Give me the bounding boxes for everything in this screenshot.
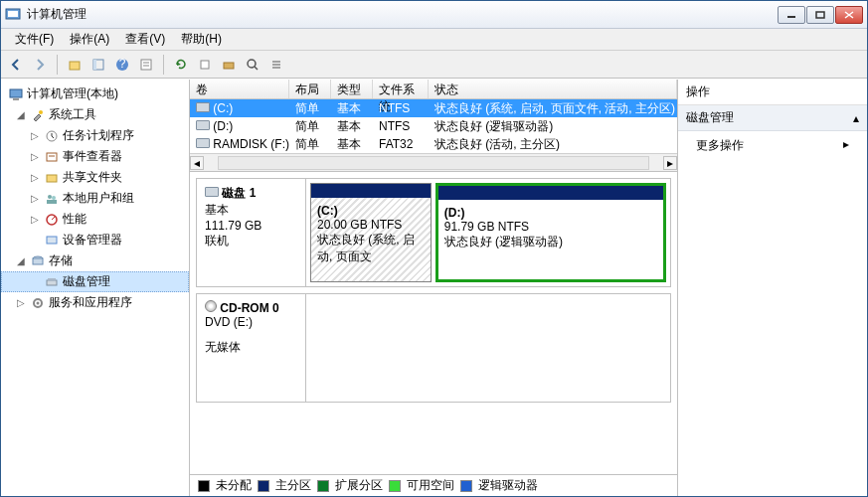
storage-icon	[30, 253, 46, 269]
tree-diskmgmt[interactable]: 磁盘管理	[1, 271, 189, 292]
window-controls	[778, 6, 863, 24]
vol-type: 基本	[331, 99, 373, 118]
close-button[interactable]	[835, 6, 863, 24]
forward-button[interactable]	[29, 54, 51, 76]
collapse-icon[interactable]: ◢	[15, 109, 27, 120]
svg-line-15	[255, 67, 258, 70]
list-button[interactable]	[265, 54, 287, 76]
folder-icon	[44, 170, 60, 186]
back-button[interactable]	[5, 54, 27, 76]
h-scrollbar[interactable]: ◂ ▸	[190, 153, 677, 171]
menu-view[interactable]: 查看(V)	[117, 29, 173, 50]
tree-perf[interactable]: ▷ 性能	[1, 209, 189, 230]
volume-row[interactable]: (D:) 简单 基本 NTFS 状态良好 (逻辑驱动器)	[190, 117, 677, 135]
part-size: 20.00 GB NTFS	[317, 218, 425, 232]
disk-name: 磁盘 1	[222, 186, 256, 200]
volume-row[interactable]: RAMDISK (F:) 简单 基本 FAT32 状态良好 (活动, 主分区)	[190, 135, 677, 153]
show-hide-button[interactable]	[87, 54, 109, 76]
tree-storage-label: 存储	[49, 252, 73, 269]
expand-icon[interactable]: ▷	[29, 172, 41, 183]
cdrom-name: CD-ROM 0	[220, 301, 278, 315]
tree-tasksched[interactable]: ▷ 任务计划程序	[1, 125, 189, 146]
tree-localusers-label: 本地用户和组	[63, 190, 134, 207]
vol-type: 基本	[331, 135, 373, 154]
collapse-icon[interactable]: ◢	[15, 255, 27, 266]
actions-more[interactable]: 更多操作 ▸	[678, 131, 867, 160]
legend: 未分配 主分区 扩展分区 可用空间 逻辑驱动器	[190, 474, 677, 496]
legend-primary: 主分区	[275, 477, 311, 494]
volume-header: 卷 布局 类型 文件系统 状态	[190, 80, 677, 99]
minimize-button[interactable]	[778, 6, 805, 24]
volume-rows: (C:) 简单 基本 NTFS 状态良好 (系统, 启动, 页面文件, 活动, …	[190, 99, 677, 153]
expand-icon[interactable]: ▷	[29, 193, 41, 204]
diskmgmt-icon	[44, 274, 60, 290]
svg-text:?: ?	[119, 58, 126, 71]
volume-list[interactable]: 卷 布局 类型 文件系统 状态 (C:) 简单 基本 NTFS 状态良好 (系统…	[190, 80, 677, 172]
expand-icon[interactable]: ▷	[29, 214, 41, 225]
tree-services[interactable]: ▷ 服务和应用程序	[1, 292, 189, 313]
svg-rect-6	[93, 60, 96, 70]
menu-help[interactable]: 帮助(H)	[173, 29, 230, 50]
svg-point-27	[52, 196, 56, 200]
svg-rect-4	[70, 62, 80, 70]
properties-button[interactable]	[135, 54, 157, 76]
refresh-button[interactable]	[170, 54, 192, 76]
col-volume[interactable]: 卷	[190, 80, 289, 98]
users-icon	[44, 191, 60, 207]
find-button[interactable]	[242, 54, 263, 76]
col-status[interactable]: 状态	[429, 80, 677, 98]
maximize-button[interactable]	[806, 6, 834, 24]
tree-storage[interactable]: ◢ 存储	[1, 250, 189, 271]
svg-point-21	[39, 110, 43, 114]
scroll-left-icon[interactable]: ◂	[190, 156, 204, 170]
vol-type: 基本	[331, 117, 373, 136]
svg-rect-3	[816, 12, 824, 18]
disk-block-1[interactable]: 磁盘 1 基本 111.79 GB 联机 (C:) 20.00 GB NTFS …	[196, 178, 671, 287]
expand-icon[interactable]: ▷	[15, 297, 27, 308]
drive-icon	[196, 119, 210, 133]
col-type[interactable]: 类型	[331, 80, 373, 98]
disk-block-cdrom[interactable]: CD-ROM 0 DVD (E:) 无媒体	[196, 293, 671, 403]
up-button[interactable]	[64, 54, 86, 76]
svg-rect-2	[787, 16, 795, 18]
tree-systools[interactable]: ◢ 系统工具	[1, 104, 189, 125]
export-button[interactable]	[194, 54, 216, 76]
tree-shared[interactable]: ▷ 共享文件夹	[1, 167, 189, 188]
disk-type: 基本	[205, 202, 297, 219]
disk-state: 联机	[205, 233, 297, 249]
svg-point-26	[48, 195, 52, 199]
vol-fs: NTFS	[373, 100, 429, 116]
cdrom-state: 无媒体	[205, 339, 297, 356]
menu-action[interactable]: 操作(A)	[62, 29, 117, 50]
vol-name: RAMDISK (F:)	[213, 137, 289, 151]
tree-shared-label: 共享文件夹	[63, 169, 122, 186]
volume-row[interactable]: (C:) 简单 基本 NTFS 状态良好 (系统, 启动, 页面文件, 活动, …	[190, 99, 677, 117]
main-area: 计算机管理(本地) ◢ 系统工具 ▷ 任务计划程序 ▷ 事件查看器 ▷ 共享文件…	[1, 79, 867, 496]
expand-icon[interactable]: ▷	[29, 130, 41, 141]
tree-localusers[interactable]: ▷ 本地用户和组	[1, 188, 189, 209]
drive-icon	[196, 137, 210, 151]
partition-c[interactable]: (C:) 20.00 GB NTFS 状态良好 (系统, 启动, 页面文	[310, 183, 432, 282]
app-icon	[5, 7, 21, 23]
settings-button[interactable]	[218, 54, 240, 76]
event-icon	[44, 149, 60, 165]
tree-devmgr[interactable]: 设备管理器	[1, 230, 189, 250]
tree-root[interactable]: 计算机管理(本地)	[1, 83, 189, 104]
vol-status: 状态良好 (活动, 主分区)	[429, 135, 677, 154]
partition-d[interactable]: (D:) 91.79 GB NTFS 状态良好 (逻辑驱动器)	[435, 183, 666, 282]
collapse-icon[interactable]: ▴	[853, 111, 859, 125]
vol-status: 状态良好 (系统, 启动, 页面文件, 活动, 主分区)	[429, 99, 677, 118]
col-layout[interactable]: 布局	[289, 80, 331, 98]
tree-pane[interactable]: 计算机管理(本地) ◢ 系统工具 ▷ 任务计划程序 ▷ 事件查看器 ▷ 共享文件…	[1, 80, 190, 496]
disk-graphical[interactable]: 磁盘 1 基本 111.79 GB 联机 (C:) 20.00 GB NTFS …	[190, 172, 677, 474]
help-button[interactable]: ?	[111, 54, 133, 76]
svg-rect-13	[224, 63, 234, 69]
col-fs[interactable]: 文件系统	[373, 80, 429, 98]
tree-eventvwr[interactable]: ▷ 事件查看器	[1, 146, 189, 167]
menu-file[interactable]: 文件(F)	[7, 29, 62, 50]
expand-icon[interactable]: ▷	[29, 151, 41, 162]
legend-unalloc: 未分配	[216, 477, 252, 494]
scroll-right-icon[interactable]: ▸	[663, 156, 677, 170]
actions-group[interactable]: 磁盘管理 ▴	[678, 105, 867, 131]
titlebar[interactable]: 计算机管理	[1, 1, 867, 29]
